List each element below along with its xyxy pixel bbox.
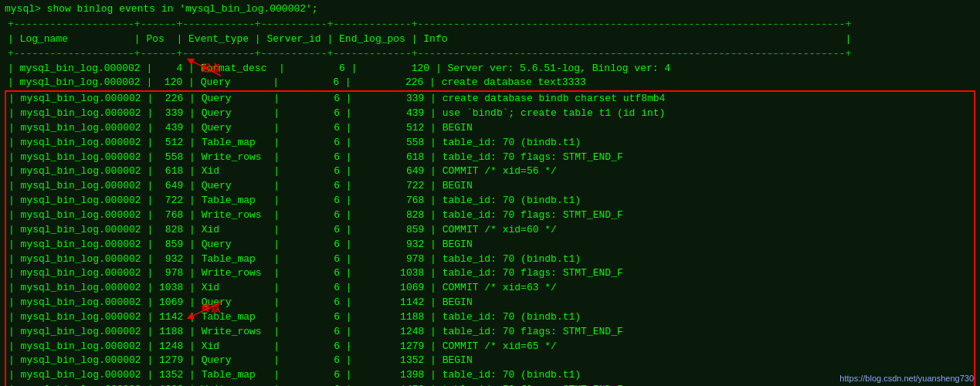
binlog-table: +--------------------+------+-----------… — [5, 18, 975, 386]
table-row: | mysql_bin_log.000002 | 1398 | Write_ro… — [5, 383, 975, 386]
table-row: | mysql_bin_log.000002 | 558 | Write_row… — [5, 151, 975, 165]
table-row: | mysql_bin_log.000002 | 439 | Query | 6… — [5, 121, 975, 136]
table-row: | mysql_bin_log.000002 | 618 | Xid | 6 |… — [5, 164, 975, 179]
table-header-row: | Log_name | Pos | Event_type | Server_i… — [5, 32, 975, 47]
table-header: | Log_name | Pos | Event_type | Server_i… — [5, 32, 975, 47]
table-row: | mysql_bin_log.000002 | 226 | Query | 6… — [5, 91, 975, 107]
separator: +--------------------+------+-----------… — [5, 47, 975, 62]
table-row: | mysql_bin_log.000002 | 1142 | Table_ma… — [5, 310, 975, 325]
start-annotation: 起点 — [202, 62, 220, 75]
terminal: mysql> show binlog events in 'mysql_bin_… — [0, 0, 980, 386]
table-row: | mysql_bin_log.000002 | 768 | Write_row… — [5, 208, 975, 223]
table-row: | mysql_bin_log.000002 | 828 | Xid | 6 |… — [5, 223, 975, 238]
table-row: | mysql_bin_log.000002 | 512 | Table_map… — [5, 136, 975, 151]
table-row: | mysql_bin_log.000002 | 1038 | Xid | 6 … — [5, 281, 975, 296]
table-row: | mysql_bin_log.000002 | 1279 | Query | … — [5, 354, 975, 368]
table-row: | mysql_bin_log.000002 | 932 | Table_map… — [5, 252, 975, 267]
watermark: https://blog.csdn.net/yuansheng730 — [839, 374, 974, 383]
table-row: | mysql_bin_log.000002 | 339 | Query | 6… — [5, 107, 975, 121]
table-row: | mysql_bin_log.000002 | 649 | Query | 6… — [5, 179, 975, 194]
table-row: | mysql_bin_log.000002 | 978 | Write_row… — [5, 266, 975, 281]
command-line: mysql> show binlog events in 'mysql_bin_… — [5, 3, 975, 15]
end-annotation: 终点 — [202, 302, 220, 315]
table-row: | mysql_bin_log.000002 | 1188 | Write_ro… — [5, 325, 975, 340]
table-row: | mysql_bin_log.000002 | 859 | Query | 6… — [5, 238, 975, 252]
table-row: | mysql_bin_log.000002 | 120 | Query | 6… — [5, 76, 975, 91]
table-row: | mysql_bin_log.000002 | 1069 | Query | … — [5, 296, 975, 310]
table-row: | mysql_bin_log.000002 | 1248 | Xid | 6 … — [5, 340, 975, 354]
table-row: | mysql_bin_log.000002 | 1352 | Table_ma… — [5, 368, 975, 383]
separator: +--------------------+------+-----------… — [5, 18, 975, 32]
table-row: | mysql_bin_log.000002 | 722 | Table_map… — [5, 194, 975, 208]
table-row: | mysql_bin_log.000002 | 4 | Format_desc… — [5, 62, 975, 76]
